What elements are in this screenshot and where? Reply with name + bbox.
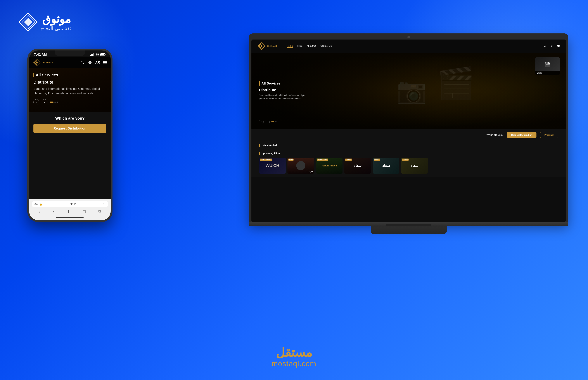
site-request-btn[interactable]: Request Distribution — [507, 132, 536, 138]
site-nav-right: AR — [543, 44, 560, 48]
phone-menu-icon[interactable] — [103, 61, 107, 64]
nav-link-contact[interactable]: Contact Us — [321, 44, 332, 48]
svg-line-20 — [545, 46, 546, 47]
film-badge-5: Feature — [374, 158, 380, 161]
phone-bookmarks-btn[interactable]: □ — [83, 209, 86, 214]
phone-globe-icon[interactable] — [88, 60, 93, 65]
site-which-section: Which are you? Request Distribution Prod… — [251, 129, 566, 141]
laptop-screen: CINENAVE Home Films About Us Contact Us — [251, 39, 566, 222]
site-section-title: All Services — [262, 81, 281, 85]
site-language-label[interactable]: AR — [557, 45, 560, 47]
signal-bar-3 — [92, 54, 93, 56]
site-hero: 📷 🎬 All Services Distribute Saudi and in… — [251, 53, 566, 129]
site-upcoming-header: Upcoming Films — [259, 152, 558, 155]
phone-browser-nav: ‹ › ⬆ □ ⧉ — [32, 209, 108, 214]
logo-diamond-icon — [18, 12, 38, 32]
film-row: WUICH Short Animation Short العليم — [259, 158, 558, 173]
phone-hero: All Services Distribute Saudi and intern… — [29, 68, 111, 112]
phone-url-bar[interactable]: Aa 🔒 file:// ↻ — [32, 201, 108, 207]
svg-rect-7 — [101, 54, 104, 55]
site-settings-icon[interactable] — [550, 44, 554, 48]
phone-status-icons: 5G — [90, 53, 106, 56]
site-prev-arrow[interactable]: ‹ — [259, 120, 264, 124]
svg-rect-6 — [105, 54, 106, 55]
site-nav-links: Home Films About Us Contact Us — [287, 44, 537, 48]
site-hero-content: All Services Distribute Saudi and intern… — [251, 81, 320, 100]
nav-link-films[interactable]: Films — [297, 44, 303, 48]
film-card-3[interactable]: Feature Fiction Feature Fiction — [316, 158, 342, 173]
phone-url-text[interactable]: file:// — [44, 203, 102, 206]
network-label: 5G — [95, 53, 99, 56]
logo-arabic-sub: ثقة تبني النجاح — [41, 25, 71, 31]
phone-share-btn[interactable]: ⬆ — [67, 209, 70, 214]
site-nav: CINENAVE Home Films About Us Contact Us — [251, 39, 566, 53]
phone-dot-1 — [50, 101, 54, 103]
phone-font-label: Aa — [34, 203, 38, 206]
battery-icon — [100, 53, 106, 56]
nav-link-about[interactable]: About Us — [307, 44, 316, 48]
phone-dot-2 — [55, 101, 56, 103]
phone-prev-arrow[interactable]: ‹ — [34, 99, 39, 105]
upcoming-section-title: Upcoming Films — [262, 152, 280, 155]
laptop-camera — [407, 36, 410, 38]
film-card-1[interactable]: WUICH Short Animation — [259, 158, 286, 173]
phone-section-title: All Services — [36, 73, 58, 77]
phone-section-label: All Services — [34, 73, 106, 77]
phone-lock-icon: 🔒 — [39, 203, 42, 206]
phone-which-section: Which are you? Request Distribution — [29, 112, 111, 137]
site-search-icon[interactable] — [543, 44, 547, 48]
svg-line-12 — [83, 63, 84, 64]
site-section-label: All Services — [259, 81, 312, 86]
phone-nav: CINENAVE AR — [29, 57, 111, 68]
film-card-4[interactable]: سعاد Feature — [344, 158, 371, 173]
phone-logo-name: CINENAVE — [42, 61, 53, 63]
phone-slider-dots — [50, 101, 58, 103]
film-badge-3: Feature Fiction — [317, 158, 328, 161]
film-card-5[interactable]: سعاد Feature — [373, 158, 399, 173]
site-service-title: Distribute — [259, 88, 312, 92]
latest-section-title: Latest Added — [262, 144, 277, 147]
film-badge-4: Feature — [345, 158, 352, 161]
phone-request-btn[interactable]: Request Distribution — [34, 124, 106, 133]
phone-logo-icon — [33, 59, 40, 66]
logo-arabic-main: موثوق — [42, 13, 71, 25]
phone-nav-icons[interactable]: AR — [80, 60, 107, 65]
svg-point-11 — [81, 61, 83, 63]
latest-section-bar — [259, 144, 260, 147]
site-latest-header: Latest Added — [259, 144, 558, 147]
phone-service-desc: Saudi and international films into Cinem… — [34, 87, 106, 95]
laptop-base — [249, 222, 568, 226]
nav-link-home[interactable]: Home — [287, 44, 293, 48]
site-slider-nav: ‹ › — [259, 120, 558, 124]
film-card-6[interactable]: سعاد Feature — [401, 158, 428, 173]
site-upcoming-films: Upcoming Films WUICH Short Animation — [251, 152, 566, 177]
site-latest-added: Latest Added — [251, 141, 566, 152]
signal-bars-icon — [90, 53, 94, 56]
phone-tabs-btn[interactable]: ⧉ — [98, 209, 101, 214]
phone-language-label[interactable]: AR — [95, 60, 100, 64]
film-card-2[interactable]: Short العليم — [287, 158, 314, 173]
site-dot-2 — [275, 121, 276, 122]
site-next-arrow[interactable]: › — [265, 120, 270, 124]
phone-screen: 7:42 AM 5G — [29, 51, 111, 220]
phone-mockup: 7:42 AM 5G — [27, 49, 113, 222]
phone-browser-bar: Aa 🔒 file:// ↻ ‹ › ⬆ □ ⧉ — [29, 199, 111, 220]
site-producer-btn[interactable]: Producer — [540, 132, 558, 138]
svg-marker-18 — [260, 45, 262, 47]
svg-point-22 — [551, 45, 553, 47]
signal-bar-2 — [91, 55, 92, 56]
site-service-desc: Saudi and international films into Cinem… — [259, 94, 312, 100]
site-dot-1 — [271, 121, 274, 122]
site-which-text: Which are you? — [259, 133, 503, 136]
phone-back-btn[interactable]: ‹ — [38, 209, 40, 214]
bottom-brand-arabic: مستقل — [272, 345, 316, 360]
site-guide-label: Guide — [535, 71, 560, 75]
upcoming-section-bar — [259, 152, 260, 155]
site-dot-3 — [276, 121, 277, 122]
phone-next-arrow[interactable]: › — [42, 99, 47, 105]
film-badge-1: Short Animation — [260, 158, 272, 161]
phone-forward-btn[interactable]: › — [53, 209, 54, 214]
phone-search-icon[interactable] — [80, 60, 85, 65]
svg-point-21 — [551, 46, 552, 46]
phone-refresh-icon[interactable]: ↻ — [103, 203, 106, 206]
